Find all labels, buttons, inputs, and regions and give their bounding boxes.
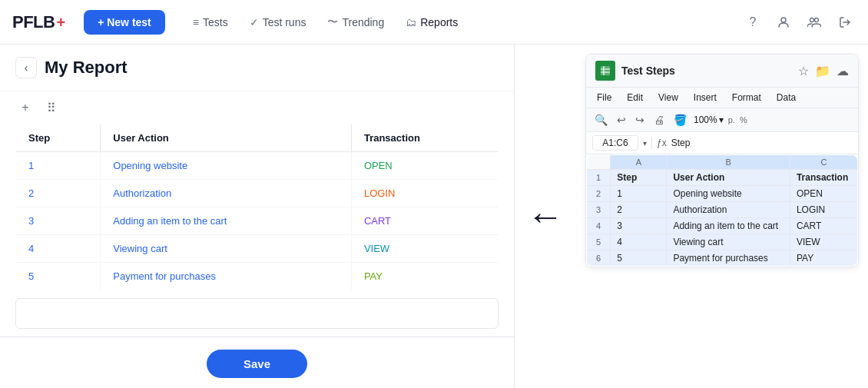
step-number: 4 bbox=[16, 235, 101, 263]
logo-plus-icon: + bbox=[56, 15, 65, 30]
logout-icon[interactable] bbox=[834, 12, 856, 33]
header-right: ? bbox=[742, 12, 856, 33]
menu-insert[interactable]: Insert bbox=[692, 89, 718, 106]
sheet-toolbar: 🔍 ↩ ↪ 🖨 🪣 100% ▾ p. % bbox=[586, 108, 858, 132]
sheet-title: Test Steps bbox=[621, 65, 792, 77]
grid-options-button[interactable]: ⠿ bbox=[41, 98, 61, 118]
cell-6-A[interactable]: 5 bbox=[611, 250, 667, 267]
cell-5-A[interactable]: 4 bbox=[611, 234, 667, 250]
logo[interactable]: PFLB + bbox=[12, 12, 65, 32]
menu-data[interactable]: Data bbox=[775, 89, 797, 106]
cell-2-A[interactable]: 1 bbox=[611, 186, 667, 202]
user-action-cell: Adding an item to the cart bbox=[101, 207, 352, 235]
col-transaction: Transaction bbox=[351, 124, 498, 152]
step-number: 1 bbox=[16, 152, 101, 180]
menu-format[interactable]: Format bbox=[731, 89, 763, 106]
grid-row: 65Payment for purchasesPAY bbox=[587, 250, 858, 267]
zoom-control[interactable]: 100% ▾ bbox=[694, 114, 724, 125]
left-panel: ‹ My Report + ⠿ Step User Action Transac… bbox=[0, 45, 515, 388]
cell-4-B[interactable]: Adding an item to the cart bbox=[667, 218, 790, 234]
cell-2-B[interactable]: Opening website bbox=[667, 186, 790, 202]
transaction-cell: LOGIN bbox=[351, 180, 498, 207]
step-number: 3 bbox=[16, 207, 101, 235]
report-header: ‹ My Report bbox=[0, 45, 514, 91]
cell-1-C[interactable]: Transaction bbox=[790, 170, 857, 186]
cell-4-C[interactable]: CART bbox=[790, 218, 857, 234]
grid-row: 21Opening websiteOPEN bbox=[587, 186, 858, 202]
cell-3-B[interactable]: Authorization bbox=[667, 202, 790, 218]
cell-4-A[interactable]: 3 bbox=[611, 218, 667, 234]
print-icon[interactable]: 🖨 bbox=[651, 111, 667, 128]
nav-item-tests[interactable]: ≡ Tests bbox=[184, 12, 237, 33]
menu-edit[interactable]: Edit bbox=[625, 89, 644, 106]
user-action-cell: Authorization bbox=[101, 180, 352, 207]
header: PFLB + + New test ≡ Tests ✓ Test runs 〜 … bbox=[0, 0, 868, 45]
cell-ref-bar: A1:C6 ▾ ƒx Step bbox=[586, 132, 858, 154]
cell-1-A[interactable]: Step bbox=[611, 170, 667, 186]
test-runs-icon: ✓ bbox=[250, 16, 259, 28]
row-header-5: 5 bbox=[587, 234, 611, 250]
cell-1-B[interactable]: User Action bbox=[667, 170, 790, 186]
formula-icon: ƒx bbox=[657, 138, 667, 148]
cell-5-B[interactable]: Viewing cart bbox=[667, 234, 790, 250]
percent-label: % bbox=[740, 115, 747, 124]
cell-2-C[interactable]: OPEN bbox=[790, 186, 857, 202]
undo-icon[interactable]: ↩ bbox=[615, 111, 628, 128]
col-header-row bbox=[587, 155, 611, 170]
table-row: 2 Authorization LOGIN bbox=[16, 180, 499, 207]
nav-item-test-runs[interactable]: ✓ Test runs bbox=[240, 12, 316, 33]
spreadsheet-grid: ABC1StepUser ActionTransaction21Opening … bbox=[586, 154, 858, 267]
svg-point-1 bbox=[810, 18, 814, 22]
svg-point-0 bbox=[781, 18, 786, 22]
users-icon[interactable] bbox=[803, 12, 825, 33]
help-icon[interactable]: ? bbox=[742, 12, 764, 33]
nav-item-reports[interactable]: 🗂 Reports bbox=[396, 12, 467, 33]
new-test-button[interactable]: + New test bbox=[84, 10, 165, 35]
user-action-cell: Viewing cart bbox=[101, 235, 352, 263]
logo-text: PFLB bbox=[12, 12, 55, 32]
cell-3-A[interactable]: 2 bbox=[611, 202, 667, 218]
save-button[interactable]: Save bbox=[207, 350, 307, 378]
col-header-B: B bbox=[667, 155, 790, 170]
cell-6-B[interactable]: Payment for purchases bbox=[667, 250, 790, 267]
step-number: 5 bbox=[16, 263, 101, 290]
cell-5-C[interactable]: VIEW bbox=[790, 234, 857, 250]
cloud-icon[interactable]: ☁ bbox=[837, 64, 849, 78]
search-tool-icon[interactable]: 🔍 bbox=[592, 111, 610, 128]
star-icon[interactable]: ☆ bbox=[798, 64, 809, 78]
redo-icon[interactable]: ↪ bbox=[633, 111, 647, 128]
row-header-2: 2 bbox=[587, 186, 611, 202]
user-icon[interactable] bbox=[773, 12, 794, 33]
row-header-6: 6 bbox=[587, 250, 611, 267]
table-row: 4 Viewing cart VIEW bbox=[16, 235, 499, 263]
grid-row: 32AuthorizationLOGIN bbox=[587, 202, 858, 218]
table-toolbar: + ⠿ bbox=[0, 91, 514, 124]
folder-icon[interactable]: 📁 bbox=[815, 64, 830, 78]
grid-row: 43Adding an item to the cartCART bbox=[587, 218, 858, 234]
row-header-4: 4 bbox=[587, 218, 611, 234]
trending-icon: 〜 bbox=[327, 15, 338, 29]
sheet-menu: File Edit View Insert Format Data bbox=[586, 88, 858, 108]
reports-icon: 🗂 bbox=[406, 16, 416, 28]
table-header-row: Step User Action Transaction bbox=[16, 124, 499, 152]
row-header-1: 1 bbox=[587, 170, 611, 186]
svg-rect-3 bbox=[601, 66, 610, 75]
format-label: p. bbox=[728, 115, 735, 124]
add-row-button[interactable]: + bbox=[15, 98, 35, 118]
sheets-icon bbox=[595, 61, 615, 81]
menu-view[interactable]: View bbox=[657, 89, 680, 106]
cell-6-C[interactable]: PAY bbox=[790, 250, 857, 267]
report-title: My Report bbox=[45, 58, 128, 78]
svg-point-2 bbox=[815, 18, 819, 22]
sheet-header: Test Steps ☆ 📁 ☁ bbox=[586, 55, 858, 88]
cell-ref-dropdown-icon[interactable]: ▾ bbox=[643, 139, 647, 148]
cell-reference[interactable]: A1:C6 bbox=[592, 135, 638, 151]
back-button[interactable]: ‹ bbox=[15, 57, 37, 78]
main-nav: ≡ Tests ✓ Test runs 〜 Trending 🗂 Reports bbox=[184, 11, 736, 34]
col-header-A: A bbox=[611, 155, 667, 170]
nav-item-trending[interactable]: 〜 Trending bbox=[318, 11, 393, 34]
grid-row: 54Viewing cartVIEW bbox=[587, 234, 858, 250]
menu-file[interactable]: File bbox=[595, 89, 613, 106]
cell-3-C[interactable]: LOGIN bbox=[790, 202, 857, 218]
format-paint-icon[interactable]: 🪣 bbox=[671, 111, 689, 128]
